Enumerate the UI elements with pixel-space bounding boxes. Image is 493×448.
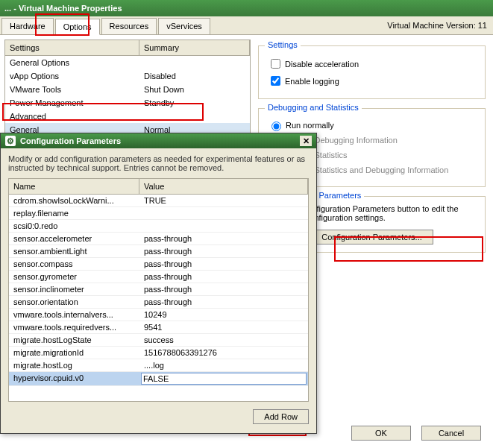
- tab-bar: Hardware Options Resources vServices Vir…: [0, 16, 493, 35]
- options-row-name: Power Management: [5, 96, 139, 110]
- param-row-name: migrate.hostLog: [9, 359, 139, 371]
- param-row-value: [139, 372, 308, 385]
- options-row-summary: [139, 56, 250, 69]
- settings-legend: Settings: [265, 40, 301, 49]
- param-row-name: sensor.ambientLight: [9, 245, 139, 257]
- param-row[interactable]: vmware.tools.requiredvers...9541: [9, 321, 308, 334]
- param-row-value: pass-through: [139, 271, 308, 283]
- param-row-name: sensor.inclinometer: [9, 283, 139, 295]
- window-titlebar: ... - Virtual Machine Properties: [0, 0, 493, 16]
- configuration-parameters-button[interactable]: Configuration Parameters...: [310, 230, 433, 244]
- dialog-title: Configuration Parameters: [20, 136, 121, 145]
- param-row-name: vmware.tools.internalvers...: [9, 309, 139, 321]
- config-params-dialog: ⚙ Configuration Parameters ✕ Modify or a…: [0, 133, 317, 434]
- options-row-summary: Standby: [139, 96, 250, 110]
- param-row[interactable]: sensor.compasspass-through: [9, 258, 308, 271]
- run-normally-radio[interactable]: [271, 122, 281, 131]
- param-row-value: [139, 220, 308, 232]
- param-col-name[interactable]: Name: [9, 179, 139, 194]
- param-row-value: TRUE: [139, 195, 308, 206]
- param-row-name: migrate.hostLogState: [9, 334, 139, 346]
- param-row[interactable]: sensor.gyrometerpass-through: [9, 271, 308, 283]
- param-row-value: success: [139, 334, 308, 346]
- param-row[interactable]: sensor.ambientLightpass-through: [9, 245, 308, 258]
- close-icon[interactable]: ✕: [300, 136, 312, 146]
- param-col-value[interactable]: Value: [139, 179, 308, 194]
- add-row-button[interactable]: Add Row: [253, 409, 309, 424]
- param-row-name: replay.filename: [9, 207, 139, 219]
- param-row[interactable]: sensor.accelerometerpass-through: [9, 233, 308, 245]
- tab-options[interactable]: Options: [55, 19, 100, 35]
- param-row-name: sensor.accelerometer: [9, 233, 139, 244]
- param-table: Name Value cdrom.showIsoLockWarni...TRUE…: [8, 178, 309, 402]
- options-col-settings[interactable]: Settings: [5, 40, 139, 55]
- dialog-description: Modify or add configuration parameters a…: [8, 154, 309, 172]
- debug-legend: Debugging and Statistics: [265, 103, 362, 112]
- param-row-value: pass-through: [139, 233, 308, 244]
- param-row-name: sensor.compass: [9, 258, 139, 270]
- disable-acceleration-label: Disable acceleration: [285, 60, 359, 69]
- options-row-name: General Options: [5, 56, 139, 69]
- param-row-value: ....log: [139, 359, 308, 371]
- window-title: ... - Virtual Machine Properties: [4, 4, 122, 13]
- param-row[interactable]: hypervisor.cpuid.v0: [9, 372, 308, 386]
- options-row[interactable]: Power ManagementStandby: [5, 96, 250, 110]
- options-row-name: VMware Tools: [5, 83, 139, 96]
- param-row-value: 1516788063391276: [139, 347, 308, 359]
- param-row-name: cdrom.showIsoLockWarni...: [9, 195, 139, 206]
- options-row[interactable]: Advanced: [5, 110, 250, 123]
- param-row[interactable]: scsi0:0.redo: [9, 220, 308, 233]
- param-row-value: pass-through: [139, 245, 308, 257]
- ok-button[interactable]: OK: [351, 426, 411, 441]
- param-row[interactable]: sensor.inclinometerpass-through: [9, 283, 308, 296]
- param-row-name: scsi0:0.redo: [9, 220, 139, 232]
- param-row-value: pass-through: [139, 283, 308, 295]
- options-row-summary: Shut Down: [139, 83, 250, 96]
- options-row[interactable]: VMware ToolsShut Down: [5, 83, 250, 96]
- disable-acceleration-checkbox[interactable]: [271, 59, 280, 69]
- tab-resources[interactable]: Resources: [101, 18, 157, 34]
- options-row[interactable]: vApp OptionsDisabled: [5, 69, 250, 83]
- options-row-summary: Disabled: [139, 69, 250, 83]
- options-row-summary: [139, 110, 250, 123]
- param-row-value: 9541: [139, 321, 308, 333]
- param-row[interactable]: migrate.hostLog....log: [9, 359, 308, 372]
- param-value-input[interactable]: [141, 373, 307, 385]
- param-row-value: pass-through: [139, 296, 308, 308]
- param-row-name: hypervisor.cpuid.v0: [9, 372, 139, 385]
- tab-vservices[interactable]: vServices: [158, 18, 210, 34]
- cancel-button[interactable]: Cancel: [421, 426, 481, 441]
- param-row-value: 10249: [139, 309, 308, 321]
- enable-logging-label: Enable logging: [285, 77, 339, 86]
- param-row[interactable]: migrate.migrationId1516788063391276: [9, 347, 308, 359]
- run-normally-label: Run normally: [286, 121, 334, 130]
- vm-version-label: Virtual Machine Version: 11: [383, 18, 492, 34]
- options-col-summary[interactable]: Summary: [139, 40, 250, 55]
- options-row-name: Advanced: [5, 110, 139, 123]
- param-row[interactable]: migrate.hostLogStatesuccess: [9, 334, 308, 347]
- dialog-titlebar[interactable]: ⚙ Configuration Parameters ✕: [1, 133, 316, 148]
- param-row-name: sensor.orientation: [9, 296, 139, 308]
- param-row-value: pass-through: [139, 258, 308, 270]
- param-row[interactable]: sensor.orientationpass-through: [9, 296, 308, 309]
- param-row-name: migrate.migrationId: [9, 347, 139, 359]
- param-row-value: [139, 207, 308, 219]
- dialog-icon: ⚙: [5, 136, 16, 146]
- options-row[interactable]: General Options: [5, 56, 250, 69]
- param-row[interactable]: vmware.tools.internalvers...10249: [9, 309, 308, 321]
- options-row-name: vApp Options: [5, 69, 139, 83]
- param-row-name: sensor.gyrometer: [9, 271, 139, 283]
- enable-logging-checkbox[interactable]: [271, 76, 280, 86]
- tab-hardware[interactable]: Hardware: [1, 18, 54, 34]
- param-row-name: vmware.tools.requiredvers...: [9, 321, 139, 333]
- settings-group: Settings Disable acceleration Enable log…: [258, 45, 486, 99]
- param-row[interactable]: cdrom.showIsoLockWarni...TRUE: [9, 195, 308, 207]
- param-row[interactable]: replay.filename: [9, 207, 308, 220]
